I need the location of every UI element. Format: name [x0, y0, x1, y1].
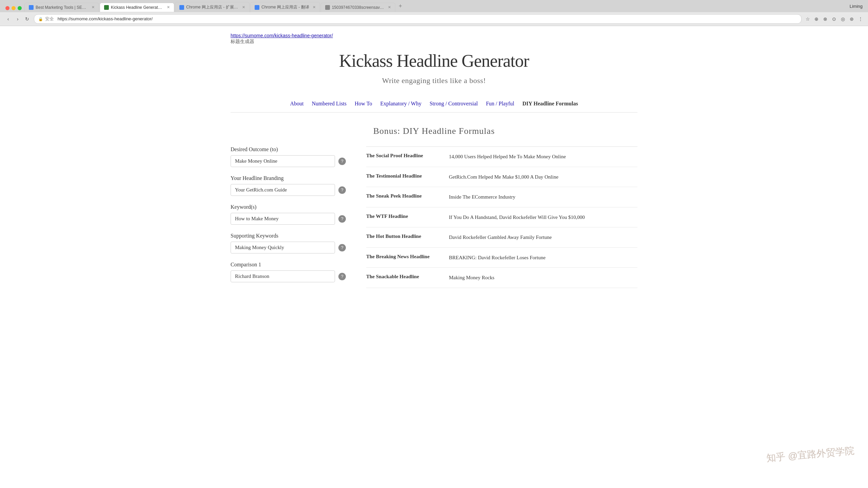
supporting-keywords-input[interactable]: [231, 242, 335, 253]
more-button[interactable]: ⋮: [857, 16, 864, 22]
nav-howto[interactable]: How To: [355, 101, 372, 107]
back-button[interactable]: ‹: [4, 15, 12, 23]
result-breaking-news-value: BREAKING: David Rockefeller Loses Fortun…: [449, 254, 637, 262]
result-wtf-value: If You Do A Handstand, David Rockefeller…: [449, 214, 637, 221]
keywords-help[interactable]: ?: [338, 215, 346, 223]
supporting-keywords-help[interactable]: ?: [338, 244, 346, 251]
nav-strong[interactable]: Strong / Controversial: [430, 101, 478, 107]
page-subtitle: Write engaging titles like a boss!: [231, 76, 637, 85]
address-text: 安全 https://sumome.com/kickass-headline-g…: [45, 16, 797, 22]
nav-fun[interactable]: Fun / Playful: [486, 101, 514, 107]
supporting-keywords-row: ?: [231, 242, 346, 253]
result-breaking-news-label: The Breaking News Headline: [366, 254, 441, 260]
minimize-button[interactable]: [12, 6, 16, 10]
lock-icon: 🔒: [38, 17, 43, 21]
keywords-label: Keyword(s): [231, 204, 346, 210]
supporting-keywords-group: Supporting Keywords ?: [231, 233, 346, 253]
tab-2[interactable]: Kickass Headline Generator f... ✕: [100, 3, 174, 12]
desired-outcome-help[interactable]: ?: [338, 158, 346, 165]
desired-outcome-row: ?: [231, 155, 346, 167]
page-title: Kickass Headline Generator: [231, 51, 637, 71]
result-testimonial-label: The Testimonial Headline: [366, 173, 441, 179]
result-hot-button-value: David Rockefeller Gambled Away Family Fo…: [449, 233, 637, 241]
tab-1-close[interactable]: ✕: [92, 5, 95, 9]
close-button[interactable]: [5, 6, 9, 10]
result-snackable-value: Making Money Rocks: [449, 274, 637, 282]
desired-outcome-label: Desired Outcome (to): [231, 146, 346, 152]
result-social-proof-value: 14,000 Users Helped Helped Me To Make Mo…: [449, 153, 637, 161]
nav-links: About Numbered Lists How To Explanatory …: [231, 95, 637, 113]
nav-about[interactable]: About: [290, 101, 303, 107]
comparison-group: Comparison 1 ?: [231, 262, 346, 282]
tab-bar: Best Marketing Tools | SEO T... ✕ Kickas…: [24, 2, 868, 12]
headline-branding-row: ?: [231, 184, 346, 196]
result-wtf: The WTF Headline If You Do A Handstand, …: [366, 207, 637, 228]
result-testimonial-value: GetRich.Com Helped Me Make $1,000 A Day …: [449, 173, 637, 181]
extension-icon-5[interactable]: ⊛: [848, 16, 855, 22]
forward-button[interactable]: ›: [14, 15, 22, 23]
result-hot-button-label: The Hot Button Headline: [366, 233, 441, 239]
headline-branding-group: Your Headline Branding ?: [231, 175, 346, 196]
extension-icon-4[interactable]: ◎: [840, 16, 846, 22]
comparison-label: Comparison 1: [231, 262, 346, 268]
result-testimonial: The Testimonial Headline GetRich.Com Hel…: [366, 167, 637, 187]
extension-icon-1[interactable]: ⊕: [813, 16, 820, 22]
result-snackable-label: The Snackable Headline: [366, 274, 441, 280]
tab-3[interactable]: Chrome 网上应用店 - 扩展程序... ✕: [175, 2, 250, 12]
comparison-help[interactable]: ?: [338, 273, 346, 280]
headline-branding-help[interactable]: ?: [338, 186, 346, 194]
nav-buttons: ‹ › ↻: [4, 15, 31, 23]
headline-branding-input[interactable]: [231, 184, 335, 196]
page-content: https://sumome.com/kickass-headline-gene…: [217, 26, 651, 311]
extension-icon-2[interactable]: ⊗: [822, 16, 829, 22]
nav-explanatory[interactable]: Explanatory / Why: [380, 101, 421, 107]
cn-label: 标题生成器: [231, 39, 254, 44]
result-social-proof: The Social Proof Headline 14,000 Users H…: [366, 147, 637, 167]
results-panel: The Social Proof Headline 14,000 Users H…: [366, 146, 637, 288]
bookmark-icon[interactable]: ☆: [804, 16, 811, 22]
refresh-button[interactable]: ↻: [23, 15, 31, 23]
nav-diy[interactable]: DIY Headline Formulas: [522, 101, 578, 107]
browser-chrome: Best Marketing Tools | SEO T... ✕ Kickas…: [0, 0, 868, 26]
tab-1[interactable]: Best Marketing Tools | SEO T... ✕: [24, 3, 99, 12]
result-sneak-peek: The Sneak Peek Headline Inside The EComm…: [366, 187, 637, 207]
result-social-proof-label: The Social Proof Headline: [366, 153, 441, 159]
form-panel: Desired Outcome (to) ? Your Headline Bra…: [231, 146, 346, 290]
result-sneak-peek-value: Inside The ECommerce Industry: [449, 193, 637, 201]
main-layout: Desired Outcome (to) ? Your Headline Bra…: [231, 146, 637, 290]
address-bar[interactable]: 🔒 安全 https://sumome.com/kickass-headline…: [34, 14, 802, 24]
tab-2-close[interactable]: ✕: [167, 5, 170, 9]
desired-outcome-group: Desired Outcome (to) ?: [231, 146, 346, 167]
tab-3-close[interactable]: ✕: [242, 5, 245, 9]
new-tab-button[interactable]: +: [399, 3, 402, 12]
top-links: https://sumome.com/kickass-headline-gene…: [231, 33, 637, 45]
supporting-keywords-label: Supporting Keywords: [231, 233, 346, 239]
keywords-row: ?: [231, 213, 346, 225]
result-breaking-news: The Breaking News Headline BREAKING: Dav…: [366, 248, 637, 268]
section-heading: Bonus: DIY Headline Formulas: [231, 126, 637, 136]
tab-4-close[interactable]: ✕: [313, 5, 316, 9]
result-sneak-peek-label: The Sneak Peek Headline: [366, 193, 441, 199]
nav-numbered[interactable]: Numbered Lists: [312, 101, 347, 107]
page-header: Kickass Headline Generator Write engagin…: [231, 47, 637, 95]
user-name: Liming: [850, 4, 868, 11]
tab-5-close[interactable]: ✕: [388, 5, 391, 9]
keywords-group: Keyword(s) ?: [231, 204, 346, 225]
keywords-input[interactable]: [231, 213, 335, 225]
traffic-lights: [3, 6, 24, 12]
headline-branding-label: Your Headline Branding: [231, 175, 346, 181]
result-wtf-label: The WTF Headline: [366, 214, 441, 219]
page-url-link[interactable]: https://sumome.com/kickass-headline-gene…: [231, 33, 637, 38]
tab-5[interactable]: 1503974670338screensave... ✕: [321, 3, 395, 12]
maximize-button[interactable]: [18, 6, 22, 10]
toolbar-icons: ☆ ⊕ ⊗ ⊙ ◎ ⊛ ⋮: [804, 16, 864, 22]
extension-icon-3[interactable]: ⊙: [831, 16, 837, 22]
result-snackable: The Snackable Headline Making Money Rock…: [366, 268, 637, 288]
comparison-input[interactable]: [231, 270, 335, 282]
tab-4[interactable]: Chrome 网上应用店 - 翻译 ✕: [250, 2, 320, 12]
desired-outcome-input[interactable]: [231, 155, 335, 167]
comparison-row: ?: [231, 270, 346, 282]
address-bar-row: ‹ › ↻ 🔒 安全 https://sumome.com/kickass-he…: [0, 12, 868, 26]
result-hot-button: The Hot Button Headline David Rockefelle…: [366, 227, 637, 248]
